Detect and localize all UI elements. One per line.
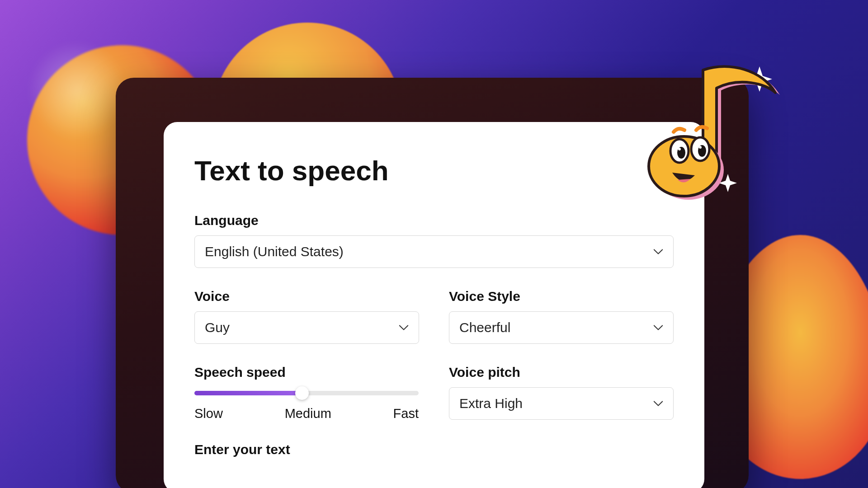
voice-style-select[interactable]: Cheerful xyxy=(449,311,674,344)
voice-style-field: Voice Style Cheerful xyxy=(449,289,674,344)
slider-tick-labels: Slow Medium Fast xyxy=(194,406,419,421)
chevron-down-icon xyxy=(653,399,663,408)
voice-value: Guy xyxy=(205,320,230,335)
slider-mid-label: Medium xyxy=(285,406,331,421)
voice-pitch-field: Voice pitch Extra High xyxy=(449,365,674,421)
slider-min-label: Slow xyxy=(194,406,223,421)
voice-pitch-select[interactable]: Extra High xyxy=(449,387,674,420)
chevron-down-icon xyxy=(653,323,663,333)
language-label: Language xyxy=(194,213,674,228)
voice-style-value: Cheerful xyxy=(459,320,510,335)
speech-speed-slider[interactable] xyxy=(194,391,419,395)
voice-pitch-value: Extra High xyxy=(459,396,523,411)
voice-pitch-label: Voice pitch xyxy=(449,365,674,380)
chevron-down-icon xyxy=(653,247,663,257)
slider-max-label: Fast xyxy=(393,406,419,421)
language-select[interactable]: English (United States) xyxy=(194,235,674,268)
bg-glow xyxy=(27,41,127,140)
voice-select[interactable]: Guy xyxy=(194,311,419,344)
slider-fill xyxy=(194,391,302,395)
voice-label: Voice xyxy=(194,289,419,304)
speech-speed-field: Speech speed Slow Medium Fast xyxy=(194,365,419,421)
desktop-background: Text to speech Language English (United … xyxy=(0,0,868,488)
slider-thumb[interactable] xyxy=(295,386,309,400)
voice-style-label: Voice Style xyxy=(449,289,674,304)
language-field: Language English (United States) xyxy=(194,213,674,268)
voice-field: Voice Guy xyxy=(194,289,419,344)
chevron-down-icon xyxy=(399,323,409,333)
speech-speed-label: Speech speed xyxy=(194,365,419,380)
text-to-speech-panel: Text to speech Language English (United … xyxy=(164,122,704,488)
page-title: Text to speech xyxy=(194,155,674,187)
enter-text-field: Enter your text xyxy=(194,442,674,457)
enter-text-label: Enter your text xyxy=(194,442,674,457)
language-value: English (United States) xyxy=(205,244,344,259)
